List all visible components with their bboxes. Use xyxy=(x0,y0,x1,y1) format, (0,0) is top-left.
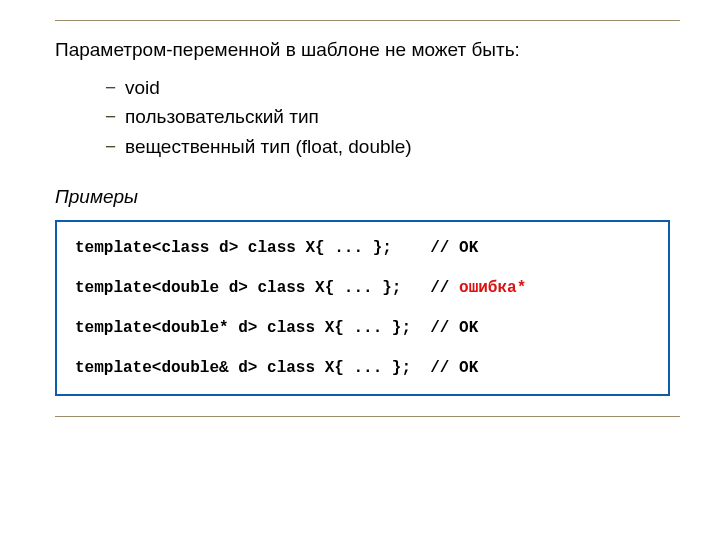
heading: Параметром-переменной в шаблоне не может… xyxy=(55,39,680,61)
code-line: template<double& d> class X{ ... }; // O… xyxy=(75,359,478,377)
bullet-item: − вещественный тип (float, double) xyxy=(105,132,680,161)
code-error: ошибка* xyxy=(459,279,526,297)
dash-icon: − xyxy=(105,132,125,161)
bullet-text: вещественный тип (float, double) xyxy=(125,132,412,161)
code-line: template<double d> class X{ ... }; // xyxy=(75,279,459,297)
code-line: template<class d> class X{ ... }; // OK xyxy=(75,239,478,257)
dash-icon: − xyxy=(105,102,125,131)
bullet-text: void xyxy=(125,73,160,102)
bullet-item: − void xyxy=(105,73,680,102)
bullet-list: − void − пользовательский тип − веществе… xyxy=(105,73,680,161)
bullet-text: пользовательский тип xyxy=(125,102,319,131)
examples-label: Примеры xyxy=(55,186,680,208)
top-rule xyxy=(55,20,680,21)
bottom-rule xyxy=(55,416,680,417)
code-box: template<class d> class X{ ... }; // OK … xyxy=(55,220,670,396)
code-line: template<double* d> class X{ ... }; // O… xyxy=(75,319,478,337)
dash-icon: − xyxy=(105,73,125,102)
bullet-item: − пользовательский тип xyxy=(105,102,680,131)
